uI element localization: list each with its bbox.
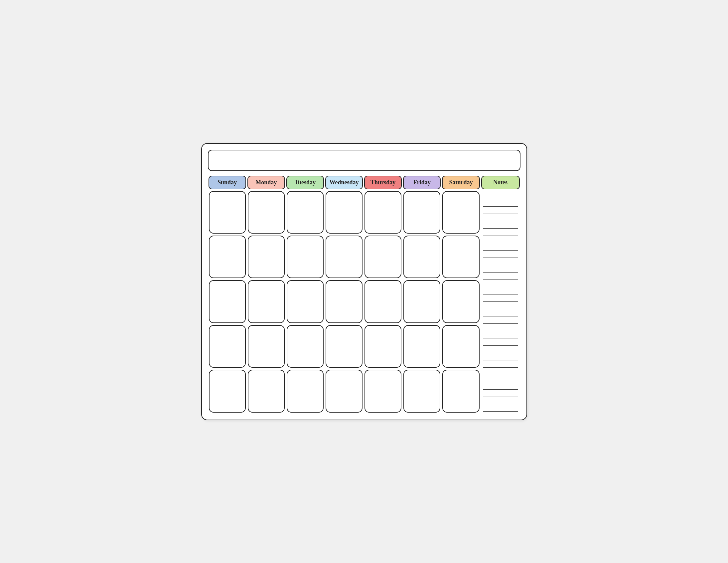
notes-line: [483, 324, 518, 331]
table-row[interactable]: [248, 235, 285, 278]
table-row[interactable]: [209, 325, 246, 368]
notes-line: [483, 243, 518, 250]
notes-line: [483, 404, 518, 412]
header-thursday: Thursday: [364, 176, 402, 189]
table-row[interactable]: [326, 191, 363, 233]
header-tuesday: Tuesday: [286, 176, 324, 189]
title-bar[interactable]: [208, 150, 520, 171]
header-monday: Monday: [247, 176, 285, 189]
notes-header: Notes: [481, 176, 520, 189]
table-row[interactable]: [209, 280, 246, 323]
table-row[interactable]: [326, 370, 363, 412]
notes-line: [483, 250, 518, 258]
table-row[interactable]: [209, 235, 246, 278]
table-row[interactable]: [287, 280, 324, 323]
notes-line: [483, 192, 518, 199]
notes-section[interactable]: [481, 190, 520, 414]
table-row[interactable]: [326, 280, 363, 323]
table-row[interactable]: [364, 191, 401, 233]
notes-line: [483, 199, 518, 207]
table-row[interactable]: [287, 235, 324, 278]
header-saturday: Saturday: [442, 176, 480, 189]
table-row[interactable]: [403, 325, 440, 368]
notes-line: [483, 207, 518, 214]
table-row[interactable]: [364, 370, 401, 412]
table-row[interactable]: [442, 370, 479, 412]
table-row[interactable]: [248, 280, 285, 323]
table-row[interactable]: [403, 280, 440, 323]
table-row[interactable]: [248, 325, 285, 368]
table-row[interactable]: [442, 325, 479, 368]
notes-line: [483, 236, 518, 243]
notes-line: [483, 214, 518, 221]
notes-line: [483, 317, 518, 324]
table-row[interactable]: [364, 235, 401, 278]
table-row[interactable]: [209, 191, 246, 233]
table-row[interactable]: [326, 235, 363, 278]
notes-line: [483, 228, 518, 236]
notes-line: [483, 287, 518, 295]
notes-line: [483, 309, 518, 317]
notes-line: [483, 382, 518, 390]
table-row[interactable]: [248, 370, 285, 412]
table-row[interactable]: [287, 325, 324, 368]
header-friday: Friday: [403, 176, 441, 189]
table-row[interactable]: [364, 280, 401, 323]
header-wednesday: Wednesday: [325, 176, 363, 189]
table-row[interactable]: [209, 370, 246, 412]
notes-line: [483, 265, 518, 272]
table-row[interactable]: [364, 325, 401, 368]
notes-line: [483, 360, 518, 368]
calendar-grid: Sunday Monday Tuesday Wednesday Thursday…: [208, 175, 520, 414]
table-row[interactable]: [403, 235, 440, 278]
table-row[interactable]: [403, 370, 440, 412]
table-row[interactable]: [287, 370, 324, 412]
notes-line: [483, 353, 518, 360]
notes-line: [483, 346, 518, 353]
notes-line: [483, 295, 518, 302]
notes-line: [483, 397, 518, 404]
table-row[interactable]: [442, 280, 479, 323]
notes-line: [483, 390, 518, 397]
table-row[interactable]: [442, 191, 479, 233]
notes-line: [483, 302, 518, 309]
table-row[interactable]: [403, 191, 440, 233]
table-row[interactable]: [248, 191, 285, 233]
notes-line: [483, 221, 518, 228]
table-row[interactable]: [326, 325, 363, 368]
notes-line: [483, 339, 518, 346]
notes-line: [483, 375, 518, 382]
notes-line: [483, 331, 518, 339]
calendar-wrapper: Sunday Monday Tuesday Wednesday Thursday…: [201, 143, 527, 420]
table-row[interactable]: [287, 191, 324, 233]
notes-line: [483, 280, 518, 287]
table-row[interactable]: [442, 235, 479, 278]
notes-line: [483, 368, 518, 375]
notes-line: [483, 272, 518, 280]
header-sunday: Sunday: [209, 176, 246, 189]
notes-line: [483, 258, 518, 265]
